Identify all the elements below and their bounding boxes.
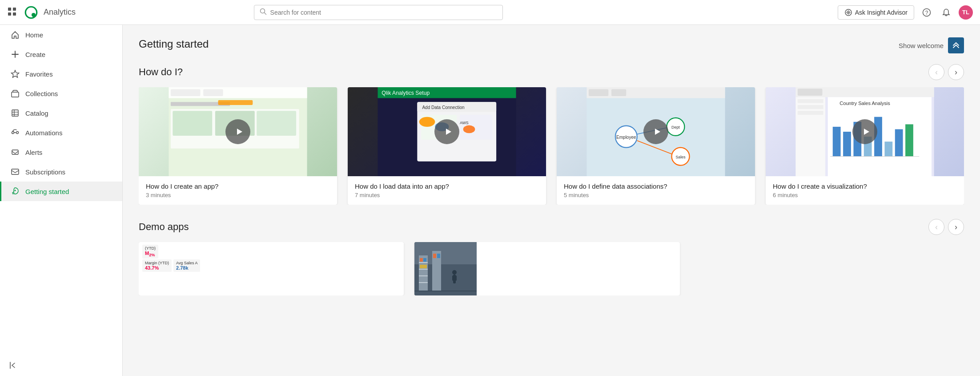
svg-point-4	[25, 7, 36, 18]
sidebar-collapse-button[interactable]	[0, 355, 122, 376]
demo-apps-prev-button[interactable]: ‹	[928, 219, 944, 235]
expand-button[interactable]	[948, 37, 964, 53]
sidebar-item-create-label: Create	[25, 51, 45, 58]
video-play-button-2[interactable]	[434, 119, 459, 144]
sidebar-item-subscriptions-label: Subscriptions	[25, 168, 65, 176]
app-title: Analytics	[44, 8, 76, 17]
video-play-button-3[interactable]	[643, 119, 668, 144]
qlik-logo[interactable]	[22, 4, 40, 21]
video-thumb-bg-4: Country Sales Analysis	[766, 87, 964, 176]
video-thumb-bg-1	[139, 87, 337, 176]
svg-point-23	[15, 190, 16, 191]
svg-point-20	[16, 132, 19, 134]
sidebar-item-home[interactable]: Home	[0, 25, 122, 44]
svg-rect-85	[419, 269, 428, 270]
demo-cards-row: (YTD)M2% Margin (YTD)43.7% Avg Sales A2.…	[139, 242, 964, 295]
svg-rect-2	[8, 12, 11, 16]
svg-point-19	[12, 132, 14, 134]
demo-apps-header-row: Demo apps ‹ ›	[139, 219, 964, 235]
sidebar-item-getting-started[interactable]: Getting started	[0, 182, 122, 201]
how-do-i-prev-button[interactable]: ‹	[928, 64, 944, 80]
video-duration-1: 3 minutes	[146, 192, 330, 198]
main-content: Getting started Show welcome How do I? ‹	[123, 25, 980, 376]
insight-advisor-icon	[844, 8, 852, 16]
svg-text:AWS: AWS	[460, 121, 469, 125]
svg-rect-76	[884, 142, 892, 156]
search-input[interactable]	[270, 9, 497, 16]
video-thumb-2: Qlik Analytics Setup Add Data Connection	[348, 87, 546, 176]
svg-rect-66	[798, 99, 823, 103]
show-welcome-button[interactable]: Show welcome	[899, 42, 944, 49]
sidebar-item-collections-label: Collections	[25, 90, 58, 97]
svg-rect-86	[419, 275, 428, 276]
svg-point-5	[32, 12, 36, 16]
rocket-icon	[10, 187, 20, 196]
kpi-ytd: (YTD)M2%	[142, 245, 158, 259]
svg-rect-51	[589, 89, 608, 96]
svg-text:Add Data Connection: Add Data Connection	[422, 105, 464, 110]
sidebar-item-automations[interactable]: Automations	[0, 123, 122, 142]
catalog-icon	[10, 109, 20, 117]
video-title-2: How do I load data into an app?	[355, 182, 539, 190]
demo-card-1-inner: (YTD)M2% Margin (YTD)43.7% Avg Sales A2.…	[139, 242, 404, 295]
video-card-2: Qlik Analytics Setup Add Data Connection	[348, 87, 546, 205]
top-right-actions: Ask Insight Advisor ? TL	[838, 5, 973, 20]
svg-marker-35	[237, 129, 242, 135]
svg-marker-80	[864, 129, 869, 135]
how-do-i-header-row: How do I? ‹ ›	[139, 64, 964, 80]
video-title-1: How do I create an app?	[146, 182, 330, 190]
sidebar-item-collections[interactable]: Collections	[0, 84, 122, 103]
video-play-button-4[interactable]	[852, 119, 877, 144]
video-cards-row: How do I create an app? 3 minutes Qlik A…	[139, 87, 964, 205]
svg-rect-3	[13, 12, 16, 16]
sidebar-item-alerts[interactable]: Alerts	[0, 142, 122, 162]
demo-card-1-chart: (YTD)M2% Margin (YTD)43.7% Avg Sales A2.…	[139, 242, 204, 295]
sidebar-item-catalog[interactable]: Catalog	[0, 103, 122, 123]
svg-text:Country Sales Analysis: Country Sales Analysis	[839, 101, 890, 106]
svg-rect-93	[437, 254, 440, 258]
demo-card-1[interactable]: (YTD)M2% Margin (YTD)43.7% Avg Sales A2.…	[139, 242, 404, 295]
svg-rect-72	[843, 132, 851, 157]
svg-rect-28	[203, 89, 223, 96]
how-do-i-next-button[interactable]: ›	[948, 64, 964, 80]
demo-apps-heading: Demo apps	[139, 221, 189, 233]
svg-rect-64	[798, 89, 823, 96]
svg-rect-78	[905, 124, 913, 156]
video-info-4: How do I create a visualization? 6 minut…	[766, 176, 964, 205]
grid-menu-icon[interactable]	[7, 7, 17, 18]
kpi-row-2: Margin (YTD)43.7% Avg Sales A2.78k	[142, 259, 200, 272]
sidebar-item-create[interactable]: Create	[0, 44, 122, 64]
svg-rect-34	[218, 100, 253, 105]
help-button[interactable]: ?	[920, 5, 934, 20]
demo-card-2[interactable]	[414, 242, 679, 295]
video-thumb-1	[139, 87, 337, 176]
video-card-1: How do I create an app? 3 minutes	[139, 87, 337, 205]
star-icon	[10, 69, 20, 78]
kpi-margin: Margin (YTD)43.7%	[142, 259, 172, 272]
sidebar-item-catalog-label: Catalog	[25, 109, 48, 117]
sidebar-item-favorites-label: Favorites	[25, 70, 53, 78]
svg-text:Qlik Analytics Setup: Qlik Analytics Setup	[382, 90, 430, 96]
notifications-button[interactable]	[939, 5, 953, 20]
video-info-2: How do I load data into an app? 7 minute…	[348, 176, 546, 205]
svg-rect-15	[12, 110, 18, 116]
plus-icon	[10, 50, 20, 59]
demo-card-2-image	[414, 242, 477, 295]
demo-apps-next-button[interactable]: ›	[948, 219, 964, 235]
video-card-3: Employee Dept Sales	[557, 87, 755, 205]
svg-line-7	[264, 12, 266, 14]
show-welcome-area: Show welcome	[899, 37, 964, 53]
svg-rect-22	[12, 169, 19, 174]
alerts-icon	[10, 148, 20, 157]
video-play-button-1[interactable]	[225, 119, 250, 144]
insight-advisor-button[interactable]: Ask Insight Advisor	[838, 5, 914, 20]
svg-rect-27	[171, 89, 201, 96]
avatar[interactable]: TL	[959, 5, 973, 20]
video-info-3: How do I define data associations? 5 min…	[557, 176, 755, 205]
svg-rect-33	[257, 111, 296, 136]
svg-rect-0	[8, 8, 11, 11]
kpi-row-1: (YTD)M2%	[142, 245, 200, 259]
svg-rect-96	[452, 275, 454, 281]
sidebar-item-subscriptions[interactable]: Subscriptions	[0, 162, 122, 182]
sidebar-item-favorites[interactable]: Favorites	[0, 64, 122, 84]
